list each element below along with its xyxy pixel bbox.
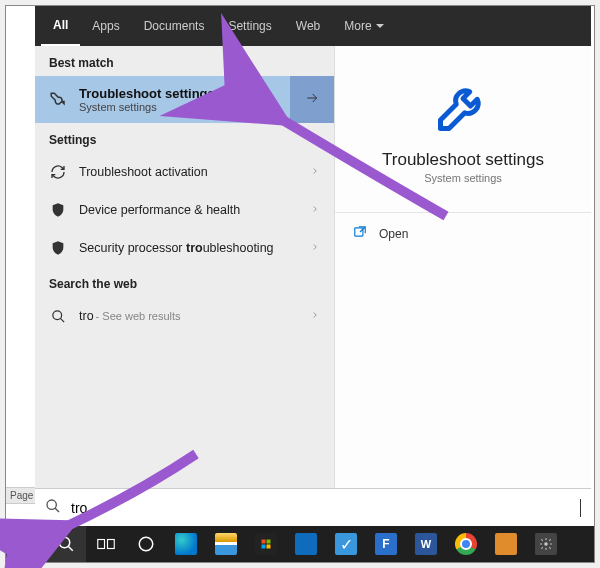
svg-point-10 <box>139 537 153 551</box>
tab-web[interactable]: Web <box>284 6 332 46</box>
taskbar-app-todo[interactable]: ✓ <box>326 526 366 562</box>
svg-rect-5 <box>19 545 25 550</box>
shield-icon <box>49 201 67 219</box>
svg-rect-1 <box>355 228 363 236</box>
open-icon <box>353 225 367 242</box>
edge-icon <box>175 533 197 555</box>
taskbar: ✓ F W <box>6 526 594 562</box>
web-result[interactable]: tro- See web results <box>35 297 334 335</box>
search-icon <box>49 307 67 325</box>
refresh-icon <box>49 163 67 181</box>
settings-result-security-processor[interactable]: Security processor troubleshooting <box>35 229 334 267</box>
start-button[interactable] <box>6 526 46 562</box>
taskbar-app-settings[interactable] <box>526 526 566 562</box>
chevron-right-icon <box>310 203 320 217</box>
svg-rect-11 <box>262 540 266 544</box>
shield-icon <box>49 239 67 257</box>
store-icon <box>255 533 277 555</box>
word-icon: W <box>415 533 437 555</box>
svg-rect-13 <box>262 545 266 549</box>
taskbar-app-store[interactable] <box>246 526 286 562</box>
svg-rect-6 <box>27 545 33 550</box>
tab-documents[interactable]: Documents <box>132 6 217 46</box>
results-left-pane: Best match Troubleshoot settings System … <box>35 46 335 488</box>
tab-settings[interactable]: Settings <box>216 6 283 46</box>
taskbar-search[interactable] <box>46 526 86 562</box>
preview-open-label: Open <box>379 227 408 241</box>
search-icon <box>57 535 75 553</box>
section-best-match: Best match <box>35 46 334 76</box>
settings-result-device-health[interactable]: Device performance & health <box>35 191 334 229</box>
wrench-icon <box>49 91 67 109</box>
mail-icon <box>295 533 317 555</box>
settings-result-label: Security processor troubleshooting <box>79 241 274 255</box>
section-search-web: Search the web <box>35 267 334 297</box>
taskbar-app-mail[interactable] <box>286 526 326 562</box>
chevron-right-icon <box>310 309 320 323</box>
text-caret <box>580 499 581 517</box>
taskbar-app-word[interactable]: W <box>406 526 446 562</box>
taskbar-app-chrome[interactable] <box>446 526 486 562</box>
app-icon: F <box>375 533 397 555</box>
settings-result-label: Troubleshoot activation <box>79 165 208 179</box>
svg-rect-8 <box>98 540 105 549</box>
search-input[interactable] <box>71 500 570 516</box>
preview-open-action[interactable]: Open <box>335 213 591 254</box>
circle-icon <box>137 535 155 553</box>
search-tabs: All Apps Documents Settings Web More <box>35 6 591 46</box>
check-icon: ✓ <box>335 533 357 555</box>
best-match-subtitle: System settings <box>79 101 215 113</box>
gear-icon <box>535 533 557 555</box>
best-match-expand[interactable] <box>290 76 334 123</box>
cortana-button[interactable] <box>126 526 166 562</box>
preview-subtitle: System settings <box>424 172 502 184</box>
svg-point-0 <box>52 310 61 319</box>
taskbar-app-edge[interactable] <box>166 526 206 562</box>
section-settings: Settings <box>35 123 334 153</box>
taskbar-app-explorer[interactable] <box>206 526 246 562</box>
chrome-icon <box>455 533 477 555</box>
svg-point-2 <box>47 500 56 509</box>
chevron-right-icon <box>310 241 320 255</box>
settings-result-label: Device performance & health <box>79 203 240 217</box>
svg-rect-9 <box>108 540 115 549</box>
preview-pane: Troubleshoot settings System settings Op… <box>335 46 591 488</box>
task-view-button[interactable] <box>86 526 126 562</box>
svg-point-15 <box>544 542 548 546</box>
best-match-title: Troubleshoot settings <box>79 86 215 101</box>
web-result-label: tro- See web results <box>79 309 181 323</box>
best-match-result[interactable]: Troubleshoot settings System settings <box>35 76 290 123</box>
chevron-right-icon <box>310 165 320 179</box>
svg-rect-3 <box>19 538 25 543</box>
settings-result-activation[interactable]: Troubleshoot activation <box>35 153 334 191</box>
tab-more[interactable]: More <box>332 6 395 46</box>
tab-apps[interactable]: Apps <box>80 6 131 46</box>
arrow-right-icon <box>304 90 320 110</box>
svg-rect-14 <box>267 545 271 549</box>
taskbar-app-generic-f[interactable]: F <box>366 526 406 562</box>
file-explorer-icon <box>215 533 237 555</box>
svg-point-7 <box>59 537 70 548</box>
taskbar-app-generic-orange[interactable] <box>486 526 526 562</box>
svg-rect-4 <box>27 538 33 543</box>
task-view-icon <box>97 537 115 551</box>
svg-rect-12 <box>267 540 271 544</box>
wrench-icon <box>433 76 493 136</box>
search-icon <box>45 498 61 518</box>
preview-title: Troubleshoot settings <box>382 150 544 170</box>
windows-search-panel: All Apps Documents Settings Web More Bes… <box>35 6 591 526</box>
app-icon <box>495 533 517 555</box>
search-input-bar[interactable] <box>35 488 591 526</box>
tab-all[interactable]: All <box>41 6 80 46</box>
windows-icon <box>18 536 34 552</box>
